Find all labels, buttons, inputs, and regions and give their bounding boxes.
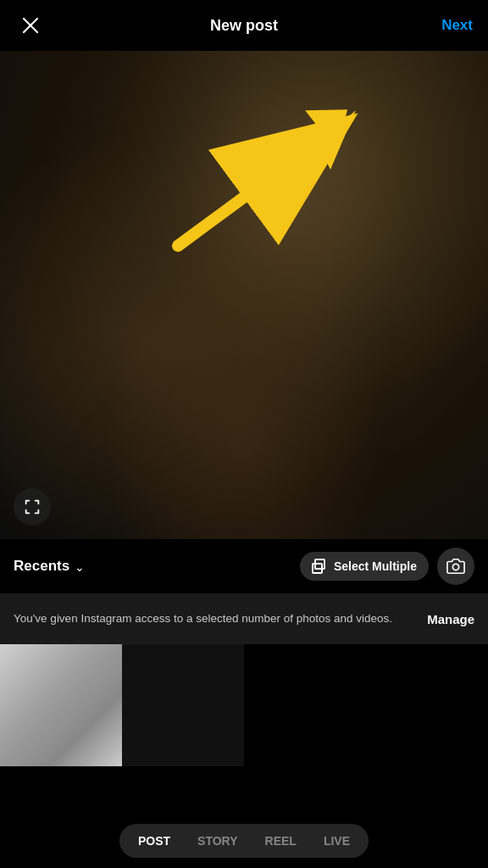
tab-live[interactable]: LIVE xyxy=(310,827,363,854)
svg-point-7 xyxy=(452,564,458,570)
close-button[interactable] xyxy=(15,10,46,41)
page-title: New post xyxy=(210,17,278,35)
select-multiple-icon xyxy=(312,559,327,574)
permission-text: You've given Instagram access to a selec… xyxy=(14,610,427,627)
header: New post Next xyxy=(0,0,488,51)
photo-thumbnail[interactable] xyxy=(122,644,244,766)
photo-grid xyxy=(0,644,488,817)
tabs-pill: POST STORY REEL LIVE xyxy=(119,824,369,858)
photo-thumbnail[interactable] xyxy=(0,644,122,766)
camera-button[interactable] xyxy=(437,548,474,585)
chevron-down-icon: ⌄ xyxy=(75,560,85,574)
select-multiple-button[interactable]: Select Multiple xyxy=(300,552,429,581)
next-button[interactable]: Next xyxy=(441,14,473,37)
photo-preview xyxy=(0,51,488,539)
gallery-bar: Recents ⌄ Select Multiple xyxy=(0,539,488,593)
permission-notice: You've given Instagram access to a selec… xyxy=(0,593,488,644)
tab-story[interactable]: STORY xyxy=(184,827,251,854)
recents-dropdown[interactable]: Recents ⌄ xyxy=(14,558,85,575)
expand-button[interactable] xyxy=(14,488,51,526)
tab-bar: POST STORY REEL LIVE xyxy=(0,817,488,868)
tab-reel[interactable]: REEL xyxy=(252,827,310,854)
blur-overlay xyxy=(0,51,488,539)
recents-label: Recents xyxy=(14,558,69,575)
gallery-actions: Select Multiple xyxy=(300,548,474,585)
select-multiple-label: Select Multiple xyxy=(334,559,417,573)
manage-button[interactable]: Manage xyxy=(427,612,474,626)
tab-post[interactable]: POST xyxy=(125,827,184,854)
